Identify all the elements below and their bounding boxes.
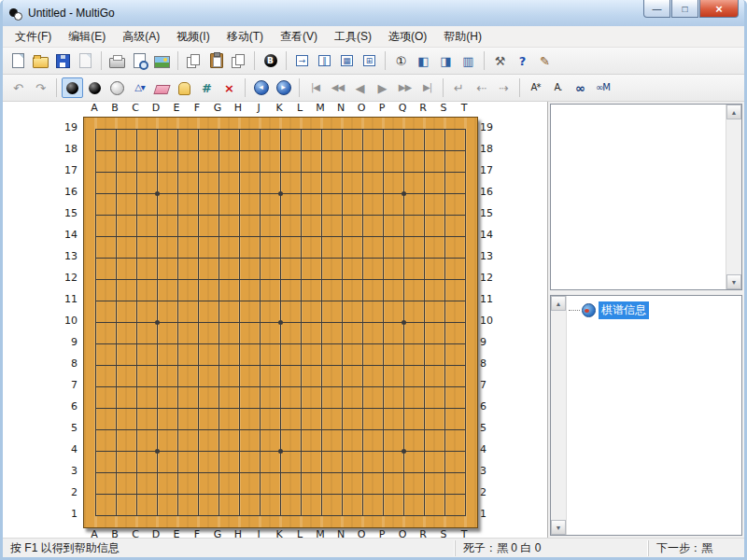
menubar: 文件(F)编辑(E)高级(A)视频(I)移动(T)查看(V)工具(S)选项(O)…	[3, 26, 744, 48]
label-number-button[interactable]: A.	[547, 77, 569, 98]
try-move-tool-button[interactable]: #	[196, 77, 218, 98]
print-preview-button[interactable]	[129, 50, 150, 71]
show-tree-button[interactable]: ▥	[458, 50, 479, 71]
tree-scroll-down-button[interactable]: ▼	[551, 520, 566, 535]
last-move-icon: ▶|	[423, 83, 431, 92]
tree-scroll-up-button[interactable]: ▲	[551, 296, 566, 311]
marker-tool-button[interactable]: △▾	[129, 77, 150, 98]
comment-area[interactable]	[551, 105, 726, 289]
export-image-button[interactable]	[151, 50, 173, 71]
pan-tool-button[interactable]	[174, 77, 195, 98]
comment-scroll-down-button[interactable]: ▼	[726, 274, 741, 289]
find-position-button[interactable]: ∞	[570, 77, 591, 98]
edit-pen-button[interactable]: ✎	[534, 50, 556, 71]
last-move-button[interactable]: ▶|	[416, 77, 438, 98]
open-button[interactable]	[30, 50, 51, 71]
menu-options[interactable]: 选项(O)	[380, 26, 435, 48]
label-letter-button[interactable]: A*	[525, 77, 546, 98]
eraser-tool-button[interactable]	[151, 77, 173, 98]
pane-split-button[interactable]: ‖	[314, 50, 335, 71]
go-board[interactable]	[83, 117, 478, 528]
find-move-button[interactable]: ∞M	[592, 77, 613, 98]
menu-file[interactable]: 文件(F)	[7, 26, 60, 48]
redo-button[interactable]: ↷	[30, 77, 51, 98]
menu-help[interactable]: 帮助(H)	[435, 26, 490, 48]
tree-scroll-track[interactable]	[551, 311, 566, 520]
forward-one-button[interactable]: ▶	[372, 77, 393, 98]
play-move-tool-button[interactable]	[62, 77, 83, 98]
coord-right-label: 8	[480, 357, 499, 370]
next-comment-icon: ▸	[276, 80, 291, 95]
toolbar-standard: B→‖▦⊞①◧◨▥⚒?✎	[3, 48, 744, 75]
coord-right-label: 19	[480, 121, 499, 133]
comment-scroll-track[interactable]	[726, 119, 741, 274]
copy-button[interactable]	[183, 50, 204, 71]
coord-left-label: 9	[59, 336, 78, 348]
paste-icon	[210, 53, 223, 68]
coord-top-label: A	[87, 102, 102, 114]
save-as-button[interactable]	[75, 50, 96, 71]
coord-bottom-label: K	[272, 528, 287, 538]
context-help-button[interactable]: ?	[512, 50, 533, 71]
star-point	[155, 191, 160, 196]
game-tree: 棋谱信息	[567, 296, 741, 535]
pane-navigate-button[interactable]: →	[291, 50, 313, 71]
tree-item-game-info[interactable]: 棋谱信息	[599, 301, 649, 319]
print-button[interactable]	[106, 50, 128, 71]
toolbar-separator	[56, 78, 57, 97]
prev-comment-icon: ◂	[254, 80, 269, 95]
menu-edit[interactable]: 编辑(E)	[60, 26, 114, 48]
new-button[interactable]	[7, 50, 29, 71]
menu-navigate[interactable]: 移动(T)	[218, 26, 272, 48]
next-branch-button[interactable]: ⇢	[493, 77, 514, 98]
tree-scrollbar[interactable]: ▲ ▼	[551, 296, 567, 535]
coord-bottom-label: M	[313, 528, 328, 538]
coord-top-label: Q	[395, 102, 410, 114]
tools-button[interactable]: ⚒	[489, 50, 511, 71]
back-ten-button[interactable]: ◀◀	[327, 77, 348, 98]
close-button[interactable]: ×	[699, 0, 739, 18]
minimize-button[interactable]: —	[643, 0, 670, 18]
pane-thumbnail-button[interactable]: ⊞	[359, 50, 380, 71]
window-controls: — □ ×	[642, 0, 739, 18]
show-move-numbers-button[interactable]: ①	[390, 50, 412, 71]
comment-scroll-up-button[interactable]: ▲	[726, 105, 741, 119]
paste-button[interactable]	[205, 50, 227, 71]
find-position-icon: ∞	[575, 82, 585, 94]
menu-view[interactable]: 视频(I)	[168, 26, 218, 48]
undo-button[interactable]: ↶	[7, 77, 29, 98]
open-icon	[33, 57, 49, 68]
first-move-icon: |◀	[311, 83, 319, 92]
delete-move-button[interactable]: ×	[218, 77, 240, 98]
maximize-button[interactable]: □	[671, 0, 698, 18]
save-button[interactable]	[52, 50, 74, 71]
menu-advanced[interactable]: 高级(A)	[114, 26, 168, 48]
prev-branch-button[interactable]: ⇠	[471, 77, 492, 98]
next-comment-button[interactable]: ▸	[273, 77, 294, 98]
coord-left-label: 15	[59, 207, 78, 219]
coord-right-label: 3	[480, 465, 499, 477]
pane-grid-button[interactable]: ▦	[336, 50, 358, 71]
coord-bottom-label: R	[416, 528, 430, 538]
add-white-tool-button[interactable]	[106, 77, 128, 98]
layout-right-button[interactable]: ◨	[435, 50, 457, 71]
comment-scrollbar[interactable]: ▲ ▼	[726, 105, 741, 289]
first-move-button[interactable]: |◀	[304, 77, 326, 98]
coord-left-label: 19	[59, 121, 78, 133]
layout-left-button[interactable]: ◧	[413, 50, 434, 71]
undo-icon: ↶	[13, 82, 23, 94]
forward-ten-button[interactable]: ▶▶	[394, 77, 416, 98]
add-black-tool-button[interactable]	[84, 77, 106, 98]
play-move-tool-icon	[66, 82, 78, 94]
coord-left-label: 4	[59, 443, 78, 455]
copy-special-button[interactable]	[228, 50, 249, 71]
back-one-button[interactable]: ◀	[349, 77, 371, 98]
menu-tools[interactable]: 工具(S)	[326, 26, 380, 48]
coord-right-label: 13	[480, 250, 499, 262]
return-main-line-button[interactable]: ↵	[448, 77, 470, 98]
menu-display[interactable]: 查看(V)	[272, 26, 326, 48]
black-to-play-button[interactable]: B	[260, 50, 281, 71]
prev-comment-button[interactable]: ◂	[250, 77, 272, 98]
star-point	[155, 320, 160, 325]
star-point	[402, 191, 406, 196]
